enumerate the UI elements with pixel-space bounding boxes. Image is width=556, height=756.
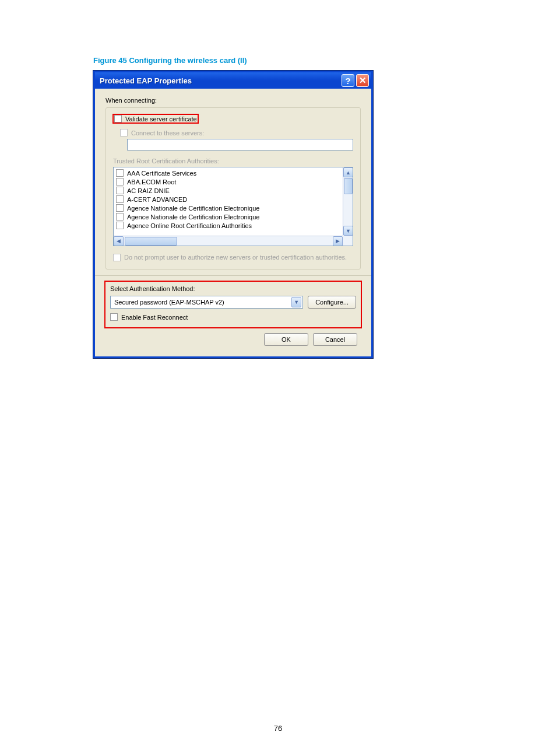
do-not-prompt-label: Do not prompt user to authorize new serv… [124,253,347,261]
authorities-listbox[interactable]: AAA Certificate Services ABA.ECOM Root A… [113,167,353,246]
chevron-down-icon[interactable]: ▼ [291,297,301,307]
enable-fast-reconnect-label: Enable Fast Reconnect [121,314,188,321]
vertical-scrollbar[interactable]: ▲ ▼ [343,167,353,236]
dialog-body: When connecting: Validate server certifi… [95,89,371,356]
trusted-root-label: Trusted Root Certification Authorities: [113,158,353,164]
servers-textfield[interactable] [127,139,353,150]
authority-checkbox[interactable] [116,222,124,229]
figure-caption: Figure 45 Configuring the wireless card … [93,56,463,65]
authority-label: Agence Nationale de Certification Electr… [127,205,259,212]
authority-checkbox[interactable] [116,204,124,212]
authority-label: AC RAIZ DNIE [127,187,170,194]
dialog-title: Protected EAP Properties [100,76,192,85]
list-item[interactable]: Agence Online Root Certification Authori… [116,221,340,230]
cancel-button[interactable]: Cancel [313,333,357,346]
do-not-prompt-checkbox[interactable] [113,254,121,261]
auth-method-value: Secured password (EAP-MSCHAP v2) [114,299,224,306]
scroll-corner [343,236,353,246]
authority-checkbox[interactable] [116,213,124,220]
when-connecting-label: When connecting: [105,97,361,104]
validate-server-certificate-highlight: Validate server certificate [113,114,198,123]
authority-label: Agence Online Root Certification Authori… [127,222,252,229]
configure-button[interactable]: Configure... [308,296,356,309]
eap-properties-dialog: Protected EAP Properties ? ✕ When connec… [93,71,373,358]
auth-method-combo[interactable]: Secured password (EAP-MSCHAP v2) ▼ [110,296,303,309]
scroll-down-arrow[interactable]: ▼ [343,226,353,236]
scroll-left-arrow[interactable]: ◀ [114,236,124,246]
authority-checkbox[interactable] [116,178,124,186]
list-item[interactable]: A-CERT ADVANCED [116,195,340,204]
scroll-thumb[interactable] [125,237,177,246]
page-number: 76 [0,724,556,733]
list-item[interactable]: Agence Nationale de Certification Electr… [116,204,340,212]
authority-checkbox[interactable] [116,195,124,203]
connect-to-servers-label: Connect to these servers: [131,130,204,136]
list-item[interactable]: AC RAIZ DNIE [116,186,340,195]
horizontal-scrollbar[interactable]: ◀ ▶ [114,236,343,246]
authority-checkbox[interactable] [116,169,124,177]
list-item[interactable]: Agence Nationale de Certification Electr… [116,212,340,221]
validate-server-certificate-label: Validate server certificate [125,116,197,123]
list-item[interactable]: AAA Certificate Services [116,169,340,177]
help-button[interactable]: ? [342,74,354,87]
scroll-up-arrow[interactable]: ▲ [343,167,353,177]
divider [95,275,371,276]
ok-button[interactable]: OK [264,333,308,346]
authority-label: A-CERT ADVANCED [127,196,187,203]
connect-to-servers-checkbox[interactable] [120,129,128,136]
auth-method-highlight: Select Authentication Method: Secured pa… [105,282,361,327]
authority-label: AAA Certificate Services [127,170,196,177]
titlebar: Protected EAP Properties ? ✕ [95,72,371,89]
authority-label: Agence Nationale de Certification Electr… [127,214,259,220]
select-auth-method-label: Select Authentication Method: [110,285,356,292]
authority-checkbox[interactable] [116,187,124,194]
list-item[interactable]: ABA.ECOM Root [116,177,340,186]
enable-fast-reconnect-checkbox[interactable] [110,313,118,321]
close-button[interactable]: ✕ [356,74,369,87]
scroll-thumb[interactable] [344,178,353,194]
when-connecting-group: Validate server certificate Connect to t… [105,107,361,270]
authority-label: ABA.ECOM Root [127,178,176,186]
scroll-right-arrow[interactable]: ▶ [333,236,343,246]
validate-server-certificate-checkbox[interactable] [114,115,122,123]
